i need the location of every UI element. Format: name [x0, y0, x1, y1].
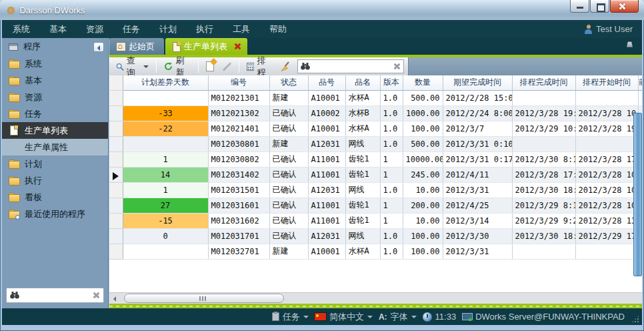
cell-name[interactable]: 水杯A: [345, 121, 380, 136]
collapse-sidebar-button[interactable]: [93, 42, 104, 52]
sidebar-item-8[interactable]: 执行: [2, 172, 108, 189]
cell-qty[interactable]: 100.00: [403, 244, 443, 259]
vertical-scrollbar[interactable]: [633, 113, 642, 276]
cell-name[interactable]: 齿轮1: [345, 167, 380, 182]
menu-item-7[interactable]: 工具: [233, 23, 250, 35]
cell-end[interactable]: [512, 136, 575, 151]
cell-due[interactable]: 2012/3/31 0:10: [443, 136, 512, 151]
grid-row-6[interactable]: 14M012031402已确认A11001齿轮11245.002012/4/11…: [109, 167, 642, 182]
cell-ver[interactable]: 1.0: [380, 121, 403, 136]
maximize-button[interactable]: [590, 0, 609, 13]
user-box[interactable]: Test User: [584, 24, 642, 34]
cell-name[interactable]: 网线: [345, 228, 380, 244]
cell-end[interactable]: [512, 244, 575, 259]
cell-diff[interactable]: -15: [123, 213, 208, 228]
row-selector-cell[interactable]: [109, 136, 123, 151]
cell-start[interactable]: [575, 90, 638, 105]
sidebar-item-2[interactable]: 基本: [2, 72, 108, 89]
cell-code[interactable]: M012031601: [208, 198, 269, 213]
row-selector-cell[interactable]: [109, 213, 123, 228]
cell-diff[interactable]: -22: [123, 121, 208, 136]
cell-name[interactable]: 水杯B: [345, 105, 380, 121]
cell-status[interactable]: 已确认: [269, 228, 308, 244]
cell-due[interactable]: 2012/3/14: [443, 213, 512, 228]
cell-due[interactable]: 2012/3/30: [443, 228, 512, 244]
cell-end[interactable]: [512, 90, 575, 105]
minimize-button[interactable]: [570, 0, 589, 13]
cell-ver[interactable]: 1: [380, 151, 403, 167]
cell-end[interactable]: 2012/3/29 9:20: [512, 213, 575, 228]
cell-item[interactable]: A12031: [308, 136, 345, 151]
menu-item-5[interactable]: 计划: [159, 23, 177, 35]
cell-status[interactable]: 已确认: [269, 182, 308, 198]
cell-diff[interactable]: 1: [123, 151, 208, 167]
cell-item[interactable]: A10001: [308, 90, 345, 105]
cell-code[interactable]: M012032701: [208, 244, 269, 259]
cell-due[interactable]: 2012/3/31: [443, 182, 512, 198]
cell-diff[interactable]: [123, 244, 208, 259]
grid-row-9[interactable]: -15M012031602已确认A11001齿轮1110.002012/3/14…: [109, 213, 642, 228]
col-header-name[interactable]: 品名: [345, 75, 380, 90]
cell-ver[interactable]: 1.0: [380, 182, 403, 198]
cell-name[interactable]: 齿轮1: [345, 213, 380, 228]
toolbar-search-input[interactable]: [313, 62, 389, 71]
cell-code[interactable]: M012031402: [208, 167, 269, 182]
cell-qty[interactable]: 200.00: [403, 198, 443, 213]
cell-diff[interactable]: [123, 136, 208, 151]
cell-status[interactable]: 新建: [269, 90, 308, 105]
new-button[interactable]: [203, 60, 217, 73]
cell-name[interactable]: 水杯A: [345, 244, 380, 259]
menu-item-3[interactable]: 资源: [86, 23, 103, 35]
clear-sidebar-search-icon[interactable]: [91, 291, 100, 300]
sidebar-search-box[interactable]: [6, 288, 104, 303]
col-header-tail[interactable]: 前: [638, 75, 642, 90]
cell-code[interactable]: M012031501: [208, 182, 269, 198]
cell-name[interactable]: 水杯A: [345, 90, 380, 105]
sidebar-search-input[interactable]: [19, 291, 91, 300]
cell-code[interactable]: M012031701: [208, 228, 269, 244]
cell-status[interactable]: 已确认: [269, 121, 308, 136]
cell-due[interactable]: 2012/2/28 15:00: [443, 90, 512, 105]
cell-status[interactable]: 已确认: [269, 151, 308, 167]
cell-start[interactable]: 2012/3/28 13:40: [575, 213, 638, 228]
cell-code[interactable]: M012021302: [208, 105, 269, 121]
cell-qty[interactable]: 1000.00: [403, 105, 443, 121]
cell-qty[interactable]: 100.00: [403, 121, 443, 136]
cell-item[interactable]: A10001: [308, 244, 345, 259]
cell-status[interactable]: 新建: [269, 244, 308, 259]
cell-code[interactable]: M012030801: [208, 136, 269, 151]
cell-item[interactable]: A11001: [308, 198, 345, 213]
cell-code[interactable]: M012021401: [208, 121, 269, 136]
col-header-due[interactable]: 期望完成时间: [443, 75, 512, 90]
cell-diff[interactable]: 0: [123, 228, 208, 244]
col-header-code[interactable]: 编号: [208, 75, 269, 90]
cell-end[interactable]: 2012/3/30 18:00: [512, 182, 575, 198]
cell-item[interactable]: A12031: [308, 182, 345, 198]
grid-row-11[interactable]: M012032701新建A10001水杯A1.0100.002012/3/31: [109, 244, 642, 259]
cell-diff[interactable]: 1: [123, 182, 208, 198]
sidebar-item-5[interactable]: 生产单列表: [2, 122, 108, 139]
cell-ver[interactable]: 1.0: [380, 228, 403, 244]
grid-row-7[interactable]: 1M012031501已确认A12031网线1.010.002012/3/312…: [109, 182, 642, 198]
tab-1[interactable]: 起始页: [109, 38, 164, 55]
cell-code[interactable]: M012030802: [208, 151, 269, 167]
grid-row-10[interactable]: 0M012031701已确认A12031网线1.0100.002012/3/30…: [109, 228, 642, 244]
tab-2[interactable]: 生产单列表: [165, 38, 247, 55]
cell-ver[interactable]: 1.0: [380, 136, 403, 151]
cell-status[interactable]: 已确认: [269, 213, 308, 228]
grid-row-1[interactable]: M012021301新建A10001水杯A1.0500.002012/2/28 …: [109, 90, 642, 105]
grid-row-4[interactable]: M012030801新建A12031网线1.0500.002012/3/31 0…: [109, 136, 642, 151]
language-menu[interactable]: 简体中文: [315, 311, 373, 323]
row-selector-cell[interactable]: [109, 244, 123, 259]
query-dropdown-icon[interactable]: [143, 65, 149, 71]
cell-qty[interactable]: 245.00: [403, 167, 443, 182]
cell-qty[interactable]: 500.00: [403, 90, 443, 105]
menu-item-8[interactable]: 帮助: [269, 23, 287, 35]
sidebar-item-9[interactable]: 看板: [2, 189, 108, 206]
cell-item[interactable]: A11001: [308, 167, 345, 182]
cell-diff[interactable]: [123, 90, 208, 105]
cell-name[interactable]: 网线: [345, 136, 380, 151]
cell-end[interactable]: 2012/3/28 19:10: [512, 105, 575, 121]
cell-start[interactable]: 2012/3/28 10:52: [575, 105, 638, 121]
cell-start[interactable]: 2012/3/28 19:10: [575, 121, 638, 136]
